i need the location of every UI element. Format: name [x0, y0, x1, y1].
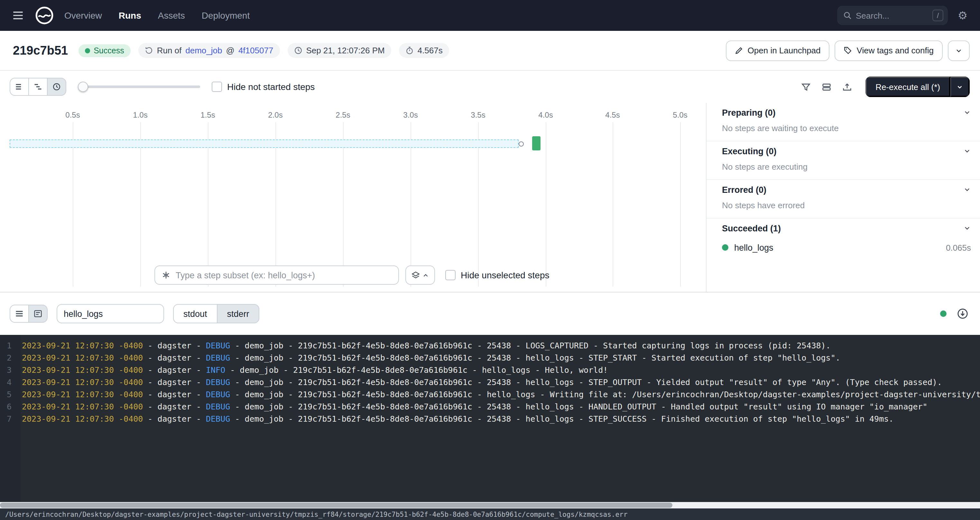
reexecute-button-group: Re-execute all (*) — [865, 76, 970, 97]
chevron-down-icon[interactable] — [963, 224, 971, 232]
chevron-down-icon[interactable] — [963, 147, 971, 155]
section-errored: Errored (0) No steps have errored — [706, 180, 980, 219]
view-tags-config-button[interactable]: View tags and config — [835, 40, 943, 61]
search-shortcut-key: / — [932, 10, 943, 21]
nav-runs[interactable]: Runs — [119, 10, 141, 21]
hide-unselected-label: Hide unselected steps — [461, 270, 549, 280]
scrollbar-thumb[interactable] — [0, 503, 673, 508]
chevron-up-icon — [422, 271, 429, 279]
horizontal-scrollbar[interactable] — [0, 502, 980, 509]
chevron-down-icon — [955, 47, 963, 54]
axis-tick: 2.0s — [268, 111, 283, 120]
run-of-pill: Run of demo_job @ 4f105077 — [138, 43, 280, 58]
section-succeeded-header[interactable]: Succeeded (1) — [706, 219, 980, 238]
duration-pill: 4.567s — [399, 43, 449, 58]
timed-view-icon[interactable] — [47, 78, 66, 96]
reexecute-all-button[interactable]: Re-execute all (*) — [865, 76, 950, 97]
zoom-slider-handle[interactable] — [78, 82, 88, 92]
hide-not-started-label: Hide not started steps — [227, 82, 315, 92]
axis-tick: 3.5s — [471, 111, 485, 120]
hide-unselected-row[interactable]: Hide unselected steps — [445, 270, 549, 280]
duration: 4.567s — [418, 46, 443, 55]
tab-stderr[interactable]: stderr — [217, 304, 259, 323]
section-title: Executing (0) — [722, 146, 963, 156]
nav-deployment[interactable]: Deployment — [202, 10, 250, 21]
raw-log-view[interactable]: 12023-09-21 12:07:30 -0400 - dagster - D… — [0, 335, 980, 502]
waterfall-view-icon[interactable] — [28, 78, 48, 96]
search-input[interactable] — [856, 11, 929, 20]
graph-query-toggle-button[interactable] — [406, 265, 435, 285]
axis-tick: 4.5s — [605, 111, 620, 120]
axis-tick: 4.0s — [538, 111, 553, 120]
timer-icon — [406, 46, 414, 55]
hide-not-started-checkbox[interactable] — [212, 82, 222, 92]
chevron-down-icon[interactable] — [963, 186, 971, 193]
log-line: 32023-09-21 12:07:30 -0400 - dagster - I… — [0, 364, 980, 376]
section-executing-header[interactable]: Executing (0) — [706, 141, 980, 161]
search-box[interactable]: / — [837, 6, 948, 25]
capture-status-dot — [940, 311, 947, 317]
log-toolbar: stdout stderr — [0, 292, 980, 335]
chevron-down-icon — [956, 83, 963, 90]
chevron-down-icon[interactable] — [963, 109, 971, 116]
step-bar-hello-logs[interactable] — [532, 136, 541, 151]
dagster-run-page: Overview Runs Assets Deployment / ⚙ 219c… — [0, 0, 980, 520]
nav-assets[interactable]: Assets — [158, 10, 185, 21]
start-time: Sep 21, 12:07:26 PM — [306, 46, 385, 55]
log-line: 22023-09-21 12:07:30 -0400 - dagster - D… — [0, 352, 980, 364]
gantt-chart[interactable]: 0.5s 1.0s 1.5s 2.0s 2.5s 3.0s 3.5s 4.0s … — [0, 103, 706, 292]
axis-tick: 1.0s — [133, 111, 147, 120]
run-status-panel: Preparing (0) No steps are waiting to ex… — [706, 103, 980, 292]
pencil-icon — [735, 46, 743, 55]
snapshot-link[interactable]: 4f105077 — [239, 46, 273, 55]
dagster-logo-icon[interactable] — [33, 5, 55, 26]
step-subset-box[interactable] — [154, 265, 399, 285]
log-step-filter-input[interactable] — [57, 304, 164, 323]
log-line: 52023-09-21 12:07:30 -0400 - dagster - D… — [0, 388, 980, 400]
funnel-icon[interactable] — [797, 78, 815, 95]
structured-log-view-icon[interactable] — [10, 305, 29, 323]
section-empty-text: No steps have errored — [706, 199, 980, 218]
axis-tick: 2.5s — [336, 111, 350, 120]
nav-overview[interactable]: Overview — [64, 10, 102, 21]
run-id: 219c7b51 — [13, 43, 68, 57]
search-icon — [843, 11, 852, 20]
status-label: Success — [94, 46, 124, 55]
waiting-bar — [10, 140, 519, 148]
gear-icon[interactable]: ⚙ — [953, 6, 972, 25]
run-header: 219c7b51 Success Run of demo_job @ 4f105… — [0, 31, 980, 71]
step-duration: 0.065s — [946, 243, 971, 252]
section-errored-header[interactable]: Errored (0) — [706, 180, 980, 199]
log-stream-tabs: stdout stderr — [173, 304, 259, 323]
clock-icon — [294, 46, 302, 55]
axis-tick: 5.0s — [673, 111, 687, 120]
reexecute-menu-button[interactable] — [950, 76, 970, 97]
succeeded-step-row[interactable]: hello_logs 0.065s — [706, 238, 980, 257]
step-marker-dot[interactable] — [519, 141, 524, 147]
step-subset-input[interactable] — [176, 270, 392, 280]
section-empty-text: No steps are executing — [706, 161, 980, 179]
axis-tick: 0.5s — [65, 111, 80, 120]
tray-icon[interactable] — [838, 78, 856, 95]
section-preparing-header[interactable]: Preparing (0) — [706, 103, 980, 122]
rows-icon[interactable] — [818, 78, 835, 95]
success-dot — [722, 244, 729, 250]
job-link[interactable]: demo_job — [185, 46, 222, 55]
zoom-slider-track[interactable] — [78, 86, 200, 88]
raw-log-view-icon[interactable] — [28, 305, 48, 323]
section-executing: Executing (0) No steps are executing — [706, 141, 980, 180]
download-log-icon[interactable] — [956, 307, 970, 321]
log-line: 72023-09-21 12:07:30 -0400 - dagster - D… — [0, 413, 980, 425]
hide-unselected-checkbox[interactable] — [445, 270, 456, 280]
hide-not-started-row[interactable]: Hide not started steps — [212, 82, 315, 92]
flat-view-icon[interactable] — [10, 78, 29, 96]
zoom-slider[interactable] — [78, 82, 200, 92]
log-file-path-bar: /Users/erincochran/Desktop/dagster-examp… — [0, 509, 980, 520]
run-actions-menu-button[interactable] — [948, 40, 970, 61]
open-in-launchpad-button[interactable]: Open in Launchpad — [726, 40, 830, 61]
tab-stdout[interactable]: stdout — [173, 304, 218, 323]
open-in-launchpad-label: Open in Launchpad — [748, 46, 821, 55]
menu-icon[interactable] — [9, 6, 27, 24]
section-title: Errored (0) — [722, 185, 963, 195]
status-dot — [84, 48, 90, 53]
